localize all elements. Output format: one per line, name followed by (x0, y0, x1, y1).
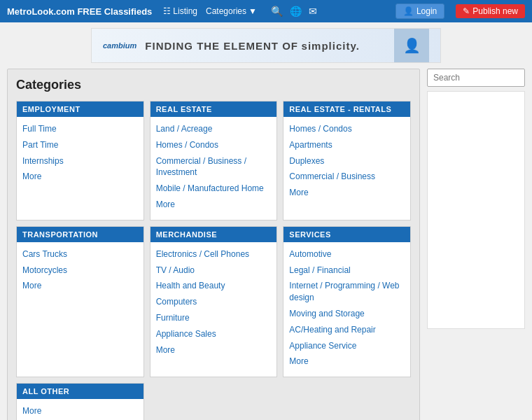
category-link[interactable]: Commercial / Business (289, 169, 405, 185)
category-link[interactable]: Moving and Storage (289, 306, 405, 322)
category-box-employment: EMPLOYMENTFull TimePart TimeInternshipsM… (16, 101, 144, 220)
category-link[interactable]: Health and Beauty (156, 278, 272, 294)
category-grid-bottom: ALL OTHERMore (16, 383, 411, 420)
category-header-all-other: ALL OTHER (17, 384, 144, 399)
ad-banner: cambium FINDING THE ELEMENT OF simplicit… (91, 28, 441, 63)
category-link[interactable]: Electronics / Cell Phones (156, 246, 272, 262)
header: MetroLook.com FREE Classifieds ☷ Listing… (0, 0, 532, 22)
category-box-all-other: ALL OTHERMore (16, 383, 144, 420)
category-items-employment: Full TimePart TimeInternshipsMore (17, 117, 144, 192)
category-link[interactable]: Duplexes (289, 153, 405, 169)
category-link[interactable]: More (289, 185, 405, 201)
category-link[interactable]: Mobile / Manufactured Home (156, 181, 272, 197)
category-link[interactable]: Apartments (289, 137, 405, 153)
category-link[interactable]: More (289, 354, 405, 370)
email-icon[interactable]: ✉ (309, 6, 317, 17)
category-link[interactable]: Internships (22, 153, 138, 169)
category-link[interactable]: More (22, 278, 138, 294)
nav-listing[interactable]: ☷ Listing (163, 6, 197, 16)
category-link[interactable]: Homes / Condos (156, 137, 272, 153)
category-link[interactable]: Appliance Service (289, 338, 405, 354)
category-link[interactable]: Motorcycles (22, 262, 138, 279)
nav-icons: 🔍 🌐 ✉ (271, 6, 317, 17)
content-area: Categories EMPLOYMENTFull TimePart TimeI… (7, 69, 420, 420)
category-link[interactable]: Automotive (289, 246, 405, 262)
ad-text: FINDING THE ELEMENT OF simplicity. (145, 40, 360, 52)
nav-links: ☷ Listing Categories ▼ (163, 6, 257, 16)
pencil-icon: ✎ (463, 6, 470, 16)
login-button[interactable]: 👤 Login (396, 4, 444, 19)
page-title: Categories (16, 78, 411, 92)
category-link[interactable]: More (22, 403, 138, 419)
site-name: MetroLook.com FREE Classifieds (7, 6, 152, 17)
category-link[interactable]: Full Time (22, 121, 138, 137)
category-link[interactable]: Legal / Financial (289, 262, 405, 279)
category-link[interactable]: More (22, 169, 138, 185)
sidebar-ad (427, 91, 525, 329)
category-items-real-estate: Land / AcreageHomes / CondosCommercial /… (150, 117, 277, 220)
category-items-services: AutomotiveLegal / FinancialInternet / Pr… (284, 242, 410, 377)
category-link[interactable]: Commercial / Business / Investment (156, 153, 272, 181)
category-link[interactable]: TV / Audio (156, 262, 272, 279)
ad-image: 👤 (394, 28, 429, 63)
globe-icon[interactable]: 🌐 (290, 6, 302, 17)
list-icon: ☷ (163, 6, 171, 16)
category-box-real-estate: REAL ESTATELand / AcreageHomes / CondosC… (150, 101, 278, 220)
category-link[interactable]: Homes / Condos (289, 121, 405, 137)
category-link[interactable]: Appliance Sales (156, 326, 272, 342)
category-link[interactable]: More (156, 342, 272, 358)
user-icon: 👤 (403, 6, 414, 16)
category-grid: EMPLOYMENTFull TimePart TimeInternshipsM… (16, 101, 411, 377)
category-items-real-estate-rentals: Homes / CondosApartmentsDuplexesCommerci… (284, 117, 410, 208)
category-header-transportation: TRANSPORTATION (17, 227, 144, 242)
category-box-transportation: TRANSPORTATIONCars TrucksMotorcyclesMore (16, 226, 144, 377)
publish-button[interactable]: ✎ Publish new (456, 4, 525, 18)
category-box-merchandise: MERCHANDISEElectronics / Cell PhonesTV /… (150, 226, 278, 377)
ad-logo: cambium (103, 41, 136, 50)
category-link[interactable]: Land / Acreage (156, 121, 272, 137)
nav-categories[interactable]: Categories ▼ (206, 6, 257, 16)
category-link[interactable]: More (156, 197, 272, 213)
category-link[interactable]: Furniture (156, 310, 272, 326)
search-icon[interactable]: 🔍 (271, 6, 283, 17)
category-link[interactable]: Internet / Programming / Web design (289, 278, 405, 306)
category-link[interactable]: Computers (156, 294, 272, 310)
category-header-employment: EMPLOYMENT (17, 102, 144, 117)
category-link[interactable]: Cars Trucks (22, 246, 138, 262)
category-header-real-estate-rentals: REAL ESTATE - RENTALS (284, 102, 410, 117)
category-items-transportation: Cars TrucksMotorcyclesMore (17, 242, 144, 301)
sidebar (427, 69, 525, 420)
chevron-down-icon: ▼ (248, 6, 257, 16)
category-box-services: SERVICESAutomotiveLegal / FinancialInter… (283, 226, 411, 377)
category-items-all-other: More (17, 399, 144, 420)
category-header-real-estate: REAL ESTATE (150, 102, 277, 117)
main-layout: Categories EMPLOYMENTFull TimePart TimeI… (0, 69, 532, 420)
category-header-merchandise: MERCHANDISE (150, 227, 277, 242)
category-header-services: SERVICES (284, 227, 410, 242)
category-items-merchandise: Electronics / Cell PhonesTV / AudioHealt… (150, 242, 277, 365)
category-link[interactable]: Part Time (22, 137, 138, 153)
category-link[interactable]: AC/Heating and Repair (289, 322, 405, 338)
category-box-real-estate-rentals: REAL ESTATE - RENTALSHomes / CondosApart… (283, 101, 411, 220)
search-input[interactable] (427, 69, 525, 87)
